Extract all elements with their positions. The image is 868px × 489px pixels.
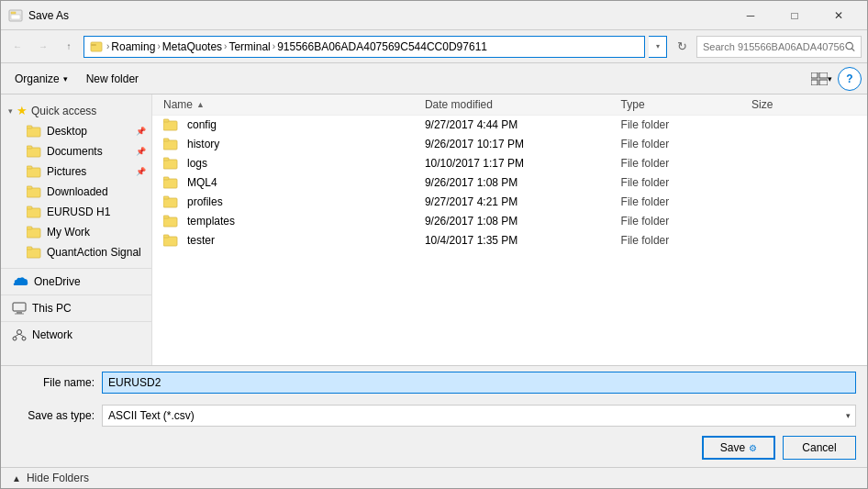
svg-rect-4	[91, 44, 96, 46]
svg-point-28	[17, 330, 22, 335]
save-button[interactable]: Save ⚙	[702, 436, 775, 460]
sidebar-item-quantaction[interactable]: QuantAction Signal	[1, 242, 151, 262]
file-date-cell: 9/27/2017 4:21 PM	[425, 195, 621, 208]
file-row[interactable]: tester 10/4/2017 1:35 PM File folder	[152, 231, 867, 250]
sidebar-item-mywork[interactable]: My Work	[1, 222, 151, 242]
folder-icon	[163, 234, 178, 247]
svg-rect-16	[27, 166, 32, 169]
search-box[interactable]	[696, 36, 862, 58]
svg-line-6	[851, 48, 854, 50]
file-type-cell: File folder	[621, 234, 751, 247]
organize-button[interactable]: Organize ▾	[6, 67, 76, 91]
view-icon	[811, 72, 828, 85]
svg-rect-41	[163, 198, 177, 207]
col-header-name[interactable]: Name ▲	[163, 98, 425, 111]
col-header-type[interactable]: Type	[621, 98, 751, 111]
svg-rect-20	[27, 206, 32, 209]
save-button-wrapper: Save ⚙	[702, 436, 775, 460]
file-row[interactable]: logs 10/10/2017 1:17 PM File folder	[152, 154, 867, 173]
svg-rect-44	[163, 216, 169, 218]
sidebar-divider-1	[1, 268, 151, 269]
folder-icon	[163, 195, 178, 208]
file-date-cell: 10/10/2017 1:17 PM	[425, 157, 621, 170]
main-content: ▾ ★ Quick access Desktop 📌	[1, 94, 867, 365]
documents-pin-icon: 📌	[136, 147, 146, 156]
file-date-cell: 9/26/2017 1:08 PM	[425, 215, 621, 228]
file-name-cell: history	[163, 138, 425, 150]
svg-rect-19	[27, 208, 40, 217]
eurusd-folder-icon	[27, 205, 41, 219]
hide-folders[interactable]: ▲ Hide Folders	[1, 467, 867, 488]
maximize-button[interactable]: □	[773, 4, 816, 28]
file-row[interactable]: profiles 9/27/2017 4:21 PM File folder	[152, 193, 867, 212]
sidebar-item-thispc[interactable]: This PC	[1, 299, 151, 317]
filename-input[interactable]	[102, 372, 856, 394]
sidebar-quick-access-header[interactable]: ▾ ★ Quick access	[1, 100, 151, 121]
svg-rect-25	[13, 303, 26, 311]
sidebar-item-desktop[interactable]: Desktop 📌	[1, 121, 151, 141]
cancel-button[interactable]: Cancel	[783, 436, 856, 460]
sidebar-item-pictures[interactable]: Pictures 📌	[1, 161, 151, 182]
file-list: Name ▲ Date modified Type Size	[152, 94, 867, 365]
search-input[interactable]	[703, 41, 845, 52]
minimize-button[interactable]: ─	[729, 4, 772, 28]
file-type-cell: File folder	[621, 118, 751, 131]
title-bar: Save As ─ □ ✕	[1, 1, 867, 30]
col-header-date[interactable]: Date modified	[425, 98, 621, 111]
svg-rect-15	[27, 168, 40, 177]
col-header-size[interactable]: Size	[751, 98, 856, 111]
savetype-select[interactable]: ASCII Text (*.csv)CSV (*.csv)Text (*.txt…	[102, 405, 856, 427]
sidebar-item-onedrive[interactable]: OneDrive	[1, 272, 151, 291]
desktop-folder-icon	[27, 124, 41, 139]
refresh-button[interactable]: ↻	[671, 36, 693, 58]
mywork-folder-icon	[27, 225, 41, 239]
address-path[interactable]: › Roaming › MetaQuotes › Terminal › 9155…	[83, 36, 645, 58]
folder-icon	[163, 215, 178, 228]
file-list-header: Name ▲ Date modified Type Size	[152, 94, 867, 116]
file-name-cell: logs	[163, 157, 425, 170]
svg-rect-36	[163, 139, 169, 141]
back-button[interactable]: ←	[6, 36, 28, 58]
hide-folders-arrow: ▲	[12, 473, 21, 483]
sidebar-item-network[interactable]: Network	[1, 326, 151, 344]
filename-label: File name:	[12, 376, 95, 389]
savetype-select-wrapper: ASCII Text (*.csv)CSV (*.csv)Text (*.txt…	[102, 405, 856, 427]
organize-label: Organize	[15, 72, 60, 85]
thispc-icon	[12, 302, 27, 315]
address-dropdown[interactable]: ▾	[649, 36, 667, 58]
file-type-cell: File folder	[621, 176, 751, 189]
sort-arrow: ▲	[196, 100, 205, 109]
up-button[interactable]: ↑	[58, 36, 80, 58]
file-row[interactable]: config 9/27/2017 4:44 PM File folder	[152, 116, 867, 135]
view-button[interactable]: ▾	[808, 67, 834, 91]
quick-access-star-icon: ★	[17, 104, 28, 117]
sidebar-item-eurusd[interactable]: EURUSD H1	[1, 202, 151, 222]
downloaded-folder-icon	[27, 184, 41, 199]
toolbar: Organize ▾ New folder ▾ ?	[1, 63, 867, 94]
new-folder-button[interactable]: New folder	[78, 67, 147, 91]
pictures-folder-icon	[27, 164, 41, 179]
address-bar: ← → ↑ › Roaming › MetaQuotes › Terminal …	[1, 30, 867, 63]
svg-rect-21	[27, 228, 40, 238]
file-row[interactable]: history 9/26/2017 10:17 PM File folder	[152, 135, 867, 154]
file-row[interactable]: MQL4 9/26/2017 1:08 PM File folder	[152, 173, 867, 193]
quick-access-label: Quick access	[31, 105, 96, 117]
close-button[interactable]: ✕	[818, 4, 860, 28]
eurusd-label: EURUSD H1	[47, 206, 110, 218]
search-icon	[845, 41, 855, 52]
network-label: Network	[32, 328, 72, 341]
svg-rect-9	[811, 80, 818, 85]
svg-rect-45	[163, 237, 177, 246]
new-folder-label: New folder	[86, 72, 139, 85]
file-type-cell: File folder	[621, 215, 751, 228]
sidebar-item-downloaded[interactable]: Downloaded	[1, 182, 151, 202]
file-type-cell: File folder	[621, 138, 751, 150]
file-row[interactable]: templates 9/26/2017 1:08 PM File folder	[152, 212, 867, 231]
svg-rect-23	[27, 249, 40, 258]
forward-button[interactable]: →	[32, 36, 54, 58]
help-button[interactable]: ?	[838, 67, 862, 91]
svg-rect-24	[27, 247, 32, 250]
network-icon	[12, 328, 27, 341]
svg-rect-39	[163, 179, 177, 188]
sidebar-item-documents[interactable]: Documents 📌	[1, 141, 151, 161]
